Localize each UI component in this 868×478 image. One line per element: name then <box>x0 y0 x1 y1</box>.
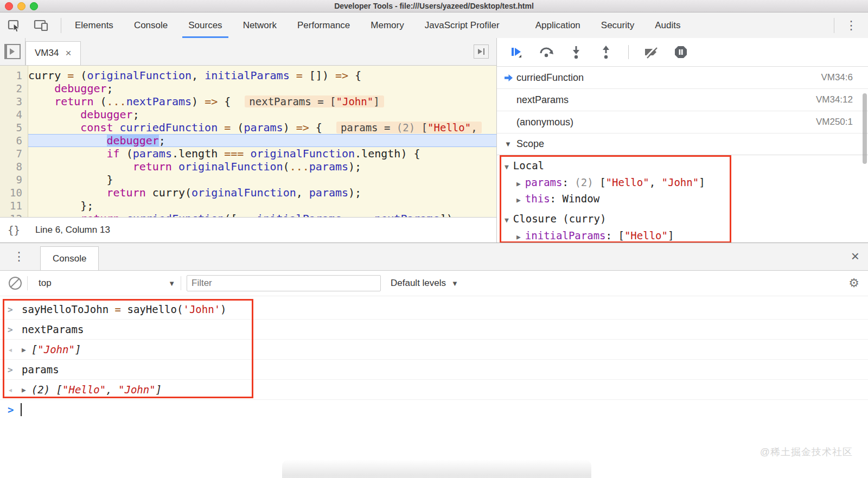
code-token: { <box>224 95 231 108</box>
line-number[interactable]: 11 <box>0 199 28 212</box>
code-line[interactable]: return curry(originalFunction, params); <box>28 186 496 199</box>
console-prompt[interactable]: > <box>0 400 868 419</box>
scrollbar-thumb[interactable] <box>863 93 867 164</box>
tab-audits[interactable]: Audits <box>644 12 691 38</box>
frame-location[interactable]: VM34:6 <box>821 72 853 83</box>
chevron-collapsed-icon[interactable]: ▶ <box>516 196 521 204</box>
tab-sources[interactable]: Sources <box>178 12 232 38</box>
tab-network[interactable]: Network <box>233 12 287 38</box>
line-number[interactable]: 9 <box>0 173 28 186</box>
line-number[interactable]: 7 <box>0 147 28 160</box>
devtools-menu-icon[interactable]: ⋮ <box>842 20 860 31</box>
tab-elements[interactable]: Elements <box>65 12 124 38</box>
line-number[interactable]: 1 <box>0 69 28 82</box>
code-token: [ <box>422 122 427 133</box>
line-number-gutter[interactable]: 123456789101112 <box>0 66 28 218</box>
console-input-row[interactable]: >nextParams <box>0 320 868 340</box>
resume-script-icon[interactable] <box>509 44 524 60</box>
code-line[interactable]: return (...nextParams) => {nextParams = … <box>28 95 496 108</box>
code-token: nextParams <box>249 95 317 107</box>
code-lines[interactable]: curry = (originalFunction, initialParams… <box>28 66 496 218</box>
close-drawer-icon[interactable]: × <box>851 248 859 264</box>
tab-security[interactable]: Security <box>591 12 644 38</box>
call-stack-frame[interactable]: (anonymous)VM250:1 <box>497 111 868 133</box>
line-number[interactable]: 10 <box>0 186 28 199</box>
scope-group-closure-curry-[interactable]: ▼Closure (curry) <box>497 211 868 227</box>
code-token: = <box>224 121 237 134</box>
code-line[interactable]: debugger; <box>28 108 496 121</box>
drawer-menu-icon[interactable]: ⋮ <box>10 251 28 263</box>
file-tab-vm34[interactable]: VM34 × <box>25 41 81 65</box>
sources-pane: VM34 × 123456789101112 curry = (original… <box>0 38 497 243</box>
code-line[interactable]: debugger; <box>28 134 496 147</box>
console-input-chevron-icon: > <box>8 324 22 335</box>
line-number[interactable]: 5 <box>0 121 28 134</box>
chevron-expanded-icon[interactable]: ▼ <box>505 216 509 224</box>
line-number[interactable]: 4 <box>0 108 28 121</box>
code-line[interactable]: return curriedFunction([...initialParams… <box>28 212 496 218</box>
code-line[interactable]: curry = (originalFunction, initialParams… <box>28 69 496 82</box>
console-output-row[interactable]: ◂▶(2) ["Hello", "John"] <box>0 380 868 400</box>
code-token: nextParams <box>126 95 192 108</box>
filter-input[interactable] <box>187 275 381 291</box>
console-settings-icon[interactable]: ⚙ <box>848 276 859 290</box>
show-navigator-icon[interactable] <box>0 38 25 65</box>
tab-javascript-profiler[interactable]: JavaScript Profiler <box>414 12 510 38</box>
scope-variable[interactable]: ▶initialParams: ["Hello"] <box>497 227 868 243</box>
console-input-row[interactable]: >sayHelloToJohn = sayHello('John') <box>0 299 868 320</box>
tab-console-drawer[interactable]: Console <box>40 246 99 270</box>
tab-memory[interactable]: Memory <box>360 12 414 38</box>
frame-location[interactable]: VM250:1 <box>816 117 853 128</box>
line-number[interactable]: 12 <box>0 212 28 218</box>
source-code-editor[interactable]: 123456789101112 curry = (originalFunctio… <box>0 66 496 218</box>
scope-variable[interactable]: ▶this: Window <box>497 190 868 207</box>
scope-variable[interactable]: ▶params: (2) ["Hello", "John"] <box>497 174 868 190</box>
code-token: ( <box>237 121 244 134</box>
console-input-row[interactable]: >params <box>0 360 868 380</box>
code-token: = <box>67 69 80 82</box>
chevron-collapsed-icon[interactable]: ▶ <box>22 386 26 394</box>
code-line[interactable]: } <box>28 173 496 186</box>
file-tab-close-icon[interactable]: × <box>65 47 71 59</box>
chevron-collapsed-icon[interactable]: ▶ <box>516 233 521 241</box>
inspect-element-icon[interactable] <box>7 18 22 33</box>
step-out-icon[interactable] <box>598 44 614 60</box>
code-token: ) { <box>400 147 420 160</box>
chevron-expanded-icon[interactable]: ▼ <box>505 163 509 171</box>
line-number[interactable]: 2 <box>0 82 28 95</box>
context-selector-value: top <box>39 278 52 289</box>
code-line[interactable]: debugger; <box>28 82 496 95</box>
chevron-collapsed-icon[interactable]: ▶ <box>22 346 26 354</box>
code-line[interactable]: }; <box>28 199 496 212</box>
pause-on-exceptions-icon[interactable] <box>673 44 688 60</box>
tab-performance[interactable]: Performance <box>287 12 360 38</box>
code-token: ; <box>133 108 139 121</box>
code-line[interactable]: const curriedFunction = (params) => {par… <box>28 121 496 134</box>
line-number[interactable]: 3 <box>0 95 28 108</box>
tab-console[interactable]: Console <box>124 12 178 38</box>
context-selector[interactable]: top ▼ <box>33 278 175 289</box>
code-line[interactable]: return originalFunction(...params); <box>28 160 496 173</box>
code-token: = <box>115 303 127 315</box>
step-into-icon[interactable] <box>569 44 584 60</box>
log-levels-dropdown[interactable]: Default levels ▼ <box>391 278 458 289</box>
device-toolbar-icon[interactable] <box>34 18 49 33</box>
line-number[interactable]: 8 <box>0 160 28 173</box>
scope-group-local[interactable]: ▼Local <box>497 157 868 174</box>
clear-console-icon[interactable] <box>9 277 22 290</box>
code-line[interactable]: if (params.length === originalFunction.l… <box>28 147 496 160</box>
deactivate-breakpoints-icon[interactable] <box>643 44 659 60</box>
frame-location[interactable]: VM34:12 <box>816 94 853 105</box>
line-number[interactable]: 6 <box>0 134 28 147</box>
pretty-print-icon[interactable]: {} <box>8 224 20 236</box>
chevron-collapsed-icon[interactable]: ▶ <box>516 180 521 188</box>
tab-application[interactable]: Application <box>525 12 591 38</box>
code-token: initialParams <box>257 212 342 218</box>
variable-name: params <box>525 176 563 188</box>
step-over-icon[interactable] <box>539 44 554 60</box>
tab-overflow-icon[interactable] <box>474 44 489 59</box>
call-stack-frame[interactable]: nextParamsVM34:12 <box>497 89 868 111</box>
call-stack-frame[interactable]: curriedFunctionVM34:6 <box>497 67 868 89</box>
console-output-row[interactable]: ◂▶["John"] <box>0 340 868 360</box>
scope-section-header[interactable]: ▼ Scope <box>497 133 868 155</box>
